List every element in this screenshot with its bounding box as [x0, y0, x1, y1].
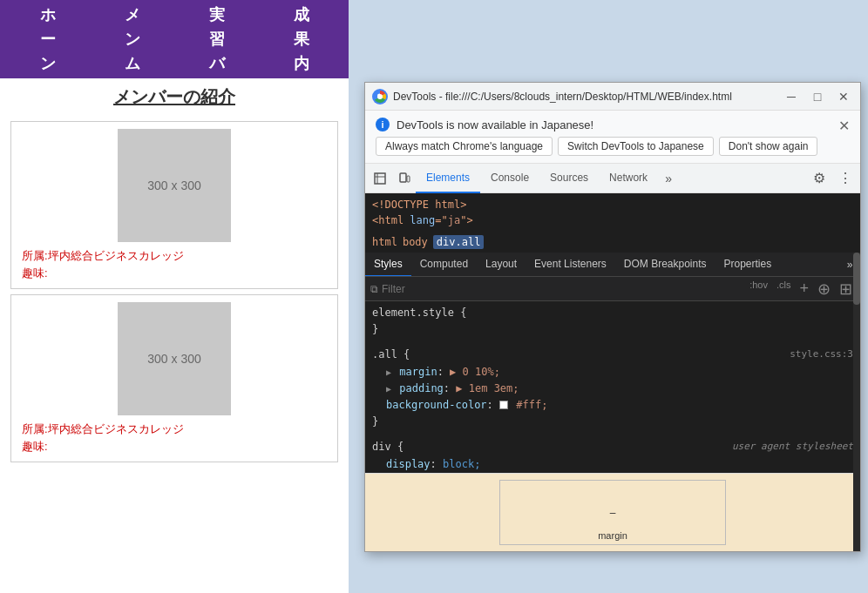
devtools-toolbar: Elements Console Sources Network » ⚙ ⋮ — [365, 164, 860, 193]
tab-console[interactable]: Console — [480, 164, 539, 193]
chrome-icon — [372, 89, 388, 104]
header-char-1: ホ — [7, 4, 88, 25]
more-tabs-button[interactable]: » — [658, 168, 679, 189]
header-grid: ホ メ 実 成 ー ン 習 果 ン ム バ 内 — [7, 4, 342, 74]
more-options-button[interactable]: ⋮ — [834, 167, 857, 190]
svg-point-2 — [377, 94, 383, 99]
header-char-11: バ — [176, 53, 257, 74]
css-rule-all-header: .all { style.css:3 — [372, 347, 853, 363]
box-model-margin-label: margin — [598, 530, 627, 541]
tab-sources[interactable]: Sources — [539, 164, 599, 193]
box-model-dash: – — [610, 507, 616, 519]
styles-tab-dom-breakpoints[interactable]: DOM Breakpoints — [615, 253, 715, 277]
inspect-icon — [374, 172, 386, 185]
css-selector-div[interactable]: div { — [372, 439, 403, 455]
css-prop-margin: ▶ margin: ▶ 0 10%; — [386, 364, 853, 381]
dom-breadcrumb: html body div.all — [365, 232, 860, 253]
switch-to-japanese-button[interactable]: Switch DevTools to Japanese — [558, 137, 714, 156]
settings-button[interactable]: ⚙ — [808, 167, 831, 190]
breadcrumb-div-all[interactable]: div.all — [433, 235, 485, 249]
styles-tab-styles[interactable]: Styles — [365, 253, 411, 277]
styles-scrollbar-thumb[interactable] — [853, 253, 860, 305]
notification-buttons: Always match Chrome's language Switch De… — [376, 137, 850, 156]
css-selector-all[interactable]: .all { — [372, 347, 410, 363]
styles-tab-layout[interactable]: Layout — [477, 253, 526, 277]
css-source-div: user agent stylesheet — [732, 439, 853, 455]
notification-top: i DevTools is now available in Japanese! — [376, 118, 850, 131]
styles-filter-bar: ⧉ :hov .cls + ⊕ ⊞ — [365, 277, 860, 301]
styles-content: element.style { } .all { style.css:3 ▶ — [365, 301, 860, 473]
member-card-1: 300 x 300 所属:坪内総合ビジネスカレッジ 趣味: — [10, 121, 338, 289]
close-button[interactable]: ✕ — [834, 87, 853, 106]
info-icon: i — [376, 118, 390, 131]
svg-rect-7 — [407, 176, 410, 182]
notification-message: DevTools is now available in Japanese! — [397, 118, 593, 131]
devtools-window: DevTools - file:///C:/Users/8clouds_inte… — [364, 82, 861, 552]
force-element-state-button[interactable]: ⊕ — [815, 279, 833, 300]
toggle-computed-styles-button[interactable]: ⊞ — [837, 279, 855, 300]
tab-network[interactable]: Network — [599, 164, 658, 193]
header-char-10: ム — [92, 53, 173, 74]
css-selector-element-style[interactable]: element.style { — [372, 305, 466, 321]
css-rule-div-header: div { user agent stylesheet — [372, 439, 853, 455]
device-toolbar-button[interactable] — [393, 167, 416, 190]
html-line-html: <html lang="ja"> — [372, 212, 853, 228]
header-char-12: 内 — [261, 53, 342, 74]
devtools-titlebar: DevTools - file:///C:/Users/8clouds_inte… — [365, 83, 860, 111]
css-rule-element-style-body: } — [372, 321, 853, 338]
css-rule-element-style-header: element.style { — [372, 305, 853, 321]
styles-tab-computed[interactable]: Computed — [411, 253, 477, 277]
toolbar-right: ⚙ ⋮ — [808, 167, 857, 190]
toolbar-left — [369, 167, 416, 190]
header-char-5: ー — [7, 29, 88, 50]
devtools-title: DevTools - file:///C:/Users/8clouds_inte… — [393, 91, 782, 103]
styles-panel-wrapper: Styles Computed Layout Event Listeners D… — [365, 253, 860, 551]
add-style-rule-button[interactable]: + — [797, 279, 811, 300]
header-char-4: 成 — [261, 4, 342, 25]
color-swatch-fff[interactable] — [499, 401, 508, 409]
member-info-1: 所属:坪内総合ビジネスカレッジ 趣味: — [18, 247, 184, 281]
css-rule-all-props: ▶ margin: ▶ 0 10%; ▶ padding: ▶ 1em 3em;… — [372, 364, 853, 414]
styles-panel: Styles Computed Layout Event Listeners D… — [365, 253, 860, 551]
pseudo-hov-button[interactable]: :hov — [747, 279, 770, 300]
maximize-button[interactable]: □ — [808, 87, 827, 106]
styles-tab-event-listeners[interactable]: Event Listeners — [526, 253, 615, 277]
breadcrumb-html[interactable]: html — [372, 236, 397, 248]
header-char-8: 果 — [261, 29, 342, 50]
filter-pseudo-buttons: :hov .cls + ⊕ ⊞ — [747, 279, 855, 300]
titlebar-controls: ─ □ ✕ — [782, 87, 853, 106]
dont-show-again-button[interactable]: Don't show again — [719, 137, 818, 156]
box-model-panel: margin – — [365, 473, 860, 551]
header-char-6: ン — [92, 29, 173, 50]
breadcrumb-body[interactable]: body — [403, 236, 428, 248]
styles-scrollbar[interactable] — [853, 253, 860, 551]
filter-icon: ⧉ — [370, 283, 378, 295]
header-char-9: ン — [7, 53, 88, 74]
member-card-2: 300 x 300 所属:坪内総合ビジネスカレッジ 趣味: — [10, 294, 338, 462]
header-char-7: 習 — [176, 29, 257, 50]
webpage-panel: ホ メ 実 成 ー ン 習 果 ン ム バ 内 メンバーの紹介 300 x 30… — [0, 0, 349, 593]
styles-tabs: Styles Computed Layout Event Listeners D… — [365, 253, 860, 277]
header-char-2: メ — [92, 4, 173, 25]
elements-html-panel: <!DOCTYPE html> <html lang="ja"> — [365, 193, 860, 232]
styles-tab-properties[interactable]: Properties — [715, 253, 781, 277]
member-img-1: 300 x 300 — [118, 129, 231, 242]
device-icon — [398, 172, 410, 185]
svg-rect-3 — [375, 173, 385, 184]
minimize-button[interactable]: ─ — [782, 87, 801, 106]
devtools-tabs: Elements Console Sources Network » — [416, 164, 808, 192]
styles-filter-input[interactable] — [382, 283, 747, 295]
box-model-visual: margin – — [499, 480, 726, 545]
notification-close-button[interactable]: ✕ — [835, 118, 853, 135]
member-img-2: 300 x 300 — [118, 302, 231, 415]
webpage-header: ホ メ 実 成 ー ン 習 果 ン ム バ 内 — [0, 0, 349, 78]
css-source-all: style.css:3 — [790, 347, 853, 362]
always-match-language-button[interactable]: Always match Chrome's language — [376, 137, 553, 156]
pseudo-cls-button[interactable]: .cls — [774, 279, 794, 300]
tab-elements[interactable]: Elements — [416, 164, 480, 193]
css-rule-element-style: element.style { } — [372, 305, 853, 338]
css-rule-div-props: display: block; unicode-bidi: isolate; — [372, 456, 853, 474]
css-prop-background-color: background-color: #fff; — [386, 397, 853, 414]
inspect-element-button[interactable] — [369, 167, 391, 190]
html-line-doctype: <!DOCTYPE html> — [372, 197, 853, 212]
